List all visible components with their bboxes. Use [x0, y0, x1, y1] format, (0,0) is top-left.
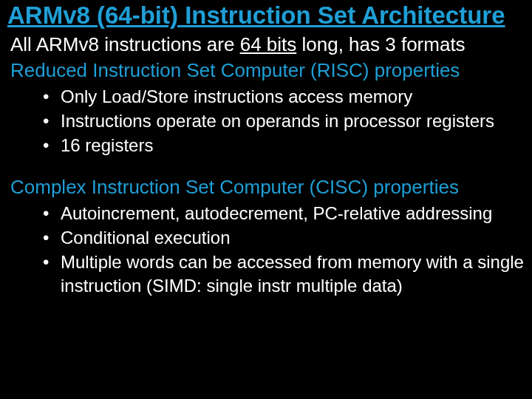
- section-cisc: Complex Instruction Set Computer (CISC) …: [10, 175, 525, 200]
- intro-line: All ARMv8 instructions are 64 bits long,…: [10, 33, 525, 57]
- list-item: Conditional execution: [43, 226, 525, 249]
- intro-text-b: 64 bits: [240, 33, 297, 55]
- intro-text-c: long, has 3 formats: [296, 33, 465, 55]
- list-item: 16 registers: [43, 134, 525, 157]
- section-risc: Reduced Instruction Set Computer (RISC) …: [10, 58, 525, 83]
- slide: ARMv8 (64-bit) Instruction Set Architect…: [0, 1, 532, 399]
- risc-list: Only Load/Store instructions access memo…: [43, 85, 525, 157]
- list-item: Multiple words can be accessed from memo…: [43, 250, 525, 296]
- cisc-list: Autoincrement, autodecrement, PC-relativ…: [43, 202, 525, 297]
- list-item: Autoincrement, autodecrement, PC-relativ…: [43, 202, 525, 225]
- slide-title: ARMv8 (64-bit) Instruction Set Architect…: [7, 1, 525, 30]
- list-item: Instructions operate on operands in proc…: [43, 109, 525, 132]
- list-item: Only Load/Store instructions access memo…: [43, 85, 525, 108]
- intro-text-a: All ARMv8 instructions are: [10, 33, 240, 55]
